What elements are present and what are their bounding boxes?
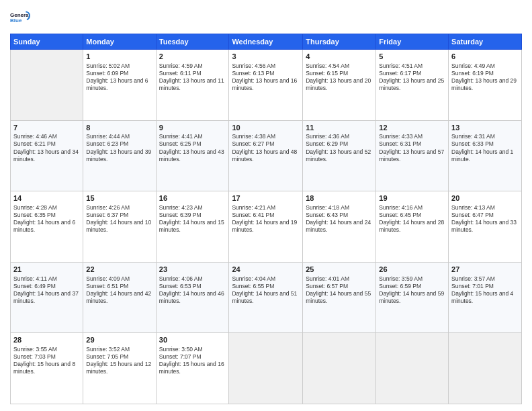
cell-details: Sunrise: 3:57 AMSunset: 7:01 PMDaylight:… xyxy=(451,275,519,305)
calendar-cell: 6Sunrise: 4:49 AMSunset: 6:19 PMDaylight… xyxy=(449,50,522,121)
weekday-header: Friday xyxy=(376,34,449,50)
calendar-cell: 24Sunrise: 4:04 AMSunset: 6:55 PMDayligh… xyxy=(229,262,303,333)
calendar-cell xyxy=(376,333,449,404)
weekday-header: Monday xyxy=(83,34,156,50)
day-number: 21 xyxy=(13,265,80,275)
day-number: 27 xyxy=(451,265,519,275)
cell-details: Sunrise: 4:49 AMSunset: 6:19 PMDaylight:… xyxy=(451,62,519,92)
calendar-cell: 4Sunrise: 4:54 AMSunset: 6:15 PMDaylight… xyxy=(303,50,376,121)
weekday-header: Sunday xyxy=(11,34,83,50)
calendar-cell: 28Sunrise: 3:55 AMSunset: 7:03 PMDayligh… xyxy=(11,333,83,404)
day-number: 14 xyxy=(13,193,80,203)
calendar-cell: 11Sunrise: 4:36 AMSunset: 6:29 PMDayligh… xyxy=(303,120,376,191)
day-number: 24 xyxy=(232,265,300,275)
day-number: 15 xyxy=(86,193,152,203)
calendar-cell: 10Sunrise: 4:38 AMSunset: 6:27 PMDayligh… xyxy=(229,120,303,191)
day-number: 25 xyxy=(306,265,373,275)
cell-details: Sunrise: 4:54 AMSunset: 6:15 PMDaylight:… xyxy=(306,62,373,92)
calendar-cell: 26Sunrise: 3:59 AMSunset: 6:59 PMDayligh… xyxy=(376,262,449,333)
calendar-week-row: 21Sunrise: 4:11 AMSunset: 6:49 PMDayligh… xyxy=(11,262,522,333)
day-number: 6 xyxy=(451,52,519,62)
calendar-page: General Blue SundayMondayTuesdayWednesda… xyxy=(0,0,532,411)
day-number: 7 xyxy=(13,123,80,133)
day-number: 4 xyxy=(306,52,373,62)
weekday-header: Tuesday xyxy=(156,34,229,50)
cell-details: Sunrise: 4:18 AMSunset: 6:43 PMDaylight:… xyxy=(306,204,373,234)
calendar-cell: 16Sunrise: 4:23 AMSunset: 6:39 PMDayligh… xyxy=(156,191,229,263)
day-number: 19 xyxy=(379,193,445,203)
cell-details: Sunrise: 3:55 AMSunset: 7:03 PMDaylight:… xyxy=(13,346,80,375)
cell-details: Sunrise: 4:09 AMSunset: 6:51 PMDaylight:… xyxy=(86,275,152,305)
day-number: 23 xyxy=(159,265,226,275)
calendar-cell: 19Sunrise: 4:16 AMSunset: 6:45 PMDayligh… xyxy=(376,191,449,263)
cell-details: Sunrise: 4:26 AMSunset: 6:37 PMDaylight:… xyxy=(86,204,152,234)
calendar-week-row: 7Sunrise: 4:46 AMSunset: 6:21 PMDaylight… xyxy=(11,120,522,191)
calendar-cell: 14Sunrise: 4:28 AMSunset: 6:35 PMDayligh… xyxy=(11,191,83,263)
day-number: 9 xyxy=(159,123,226,133)
cell-details: Sunrise: 4:23 AMSunset: 6:39 PMDaylight:… xyxy=(159,204,226,234)
calendar-cell: 18Sunrise: 4:18 AMSunset: 6:43 PMDayligh… xyxy=(303,191,376,263)
logo: General Blue xyxy=(10,7,32,28)
calendar-cell: 15Sunrise: 4:26 AMSunset: 6:37 PMDayligh… xyxy=(83,191,156,263)
calendar-cell: 30Sunrise: 3:50 AMSunset: 7:07 PMDayligh… xyxy=(156,333,229,404)
calendar-cell: 17Sunrise: 4:21 AMSunset: 6:41 PMDayligh… xyxy=(229,191,303,263)
weekday-header-row: SundayMondayTuesdayWednesdayThursdayFrid… xyxy=(11,34,522,50)
day-number: 20 xyxy=(451,193,519,203)
cell-details: Sunrise: 5:02 AMSunset: 6:09 PMDaylight:… xyxy=(86,62,152,92)
cell-details: Sunrise: 4:28 AMSunset: 6:35 PMDaylight:… xyxy=(13,204,80,234)
calendar-week-row: 1Sunrise: 5:02 AMSunset: 6:09 PMDaylight… xyxy=(11,50,522,121)
cell-details: Sunrise: 4:46 AMSunset: 6:21 PMDaylight:… xyxy=(13,133,80,163)
calendar-cell xyxy=(229,333,303,404)
day-number: 17 xyxy=(232,193,300,203)
cell-details: Sunrise: 4:21 AMSunset: 6:41 PMDaylight:… xyxy=(232,204,300,234)
day-number: 28 xyxy=(13,335,80,345)
svg-text:General: General xyxy=(10,12,30,18)
calendar-cell: 9Sunrise: 4:41 AMSunset: 6:25 PMDaylight… xyxy=(156,120,229,191)
cell-details: Sunrise: 4:13 AMSunset: 6:47 PMDaylight:… xyxy=(451,204,519,234)
cell-details: Sunrise: 4:04 AMSunset: 6:55 PMDaylight:… xyxy=(232,275,300,305)
calendar-cell: 8Sunrise: 4:44 AMSunset: 6:23 PMDaylight… xyxy=(83,120,156,191)
weekday-header: Thursday xyxy=(303,34,376,50)
day-number: 3 xyxy=(232,52,300,62)
cell-details: Sunrise: 4:11 AMSunset: 6:49 PMDaylight:… xyxy=(13,275,80,305)
cell-details: Sunrise: 4:06 AMSunset: 6:53 PMDaylight:… xyxy=(159,275,226,305)
calendar-cell: 25Sunrise: 4:01 AMSunset: 6:57 PMDayligh… xyxy=(303,262,376,333)
calendar-cell: 22Sunrise: 4:09 AMSunset: 6:51 PMDayligh… xyxy=(83,262,156,333)
cell-details: Sunrise: 3:59 AMSunset: 6:59 PMDaylight:… xyxy=(379,275,445,305)
day-number: 18 xyxy=(306,193,373,203)
calendar-cell: 1Sunrise: 5:02 AMSunset: 6:09 PMDaylight… xyxy=(83,50,156,121)
cell-details: Sunrise: 4:01 AMSunset: 6:57 PMDaylight:… xyxy=(306,275,373,305)
calendar-cell xyxy=(11,50,83,121)
cell-details: Sunrise: 3:52 AMSunset: 7:05 PMDaylight:… xyxy=(86,346,152,375)
cell-details: Sunrise: 4:38 AMSunset: 6:27 PMDaylight:… xyxy=(232,133,300,163)
day-number: 12 xyxy=(379,123,445,133)
cell-details: Sunrise: 4:59 AMSunset: 6:11 PMDaylight:… xyxy=(159,62,226,92)
day-number: 22 xyxy=(86,265,152,275)
day-number: 16 xyxy=(159,193,226,203)
day-number: 5 xyxy=(379,52,445,62)
calendar-cell: 3Sunrise: 4:56 AMSunset: 6:13 PMDaylight… xyxy=(229,50,303,121)
day-number: 26 xyxy=(379,265,445,275)
cell-details: Sunrise: 4:36 AMSunset: 6:29 PMDaylight:… xyxy=(306,133,373,163)
day-number: 30 xyxy=(159,335,226,345)
svg-text:Blue: Blue xyxy=(10,17,22,24)
weekday-header: Wednesday xyxy=(229,34,303,50)
logo-svg: General Blue xyxy=(10,7,32,28)
day-number: 1 xyxy=(86,52,152,62)
calendar-cell: 13Sunrise: 4:31 AMSunset: 6:33 PMDayligh… xyxy=(449,120,522,191)
calendar-cell: 5Sunrise: 4:51 AMSunset: 6:17 PMDaylight… xyxy=(376,50,449,121)
calendar-cell xyxy=(449,333,522,404)
weekday-header: Saturday xyxy=(449,34,522,50)
cell-details: Sunrise: 4:16 AMSunset: 6:45 PMDaylight:… xyxy=(379,204,445,234)
cell-details: Sunrise: 3:50 AMSunset: 7:07 PMDaylight:… xyxy=(159,346,226,375)
day-number: 29 xyxy=(86,335,152,345)
calendar-cell: 7Sunrise: 4:46 AMSunset: 6:21 PMDaylight… xyxy=(11,120,83,191)
calendar-cell: 29Sunrise: 3:52 AMSunset: 7:05 PMDayligh… xyxy=(83,333,156,404)
calendar-week-row: 14Sunrise: 4:28 AMSunset: 6:35 PMDayligh… xyxy=(11,191,522,263)
cell-details: Sunrise: 4:51 AMSunset: 6:17 PMDaylight:… xyxy=(379,62,445,92)
calendar-cell: 21Sunrise: 4:11 AMSunset: 6:49 PMDayligh… xyxy=(11,262,83,333)
cell-details: Sunrise: 4:41 AMSunset: 6:25 PMDaylight:… xyxy=(159,133,226,163)
day-number: 8 xyxy=(86,123,152,133)
calendar-cell: 20Sunrise: 4:13 AMSunset: 6:47 PMDayligh… xyxy=(449,191,522,263)
cell-details: Sunrise: 4:56 AMSunset: 6:13 PMDaylight:… xyxy=(232,62,300,92)
